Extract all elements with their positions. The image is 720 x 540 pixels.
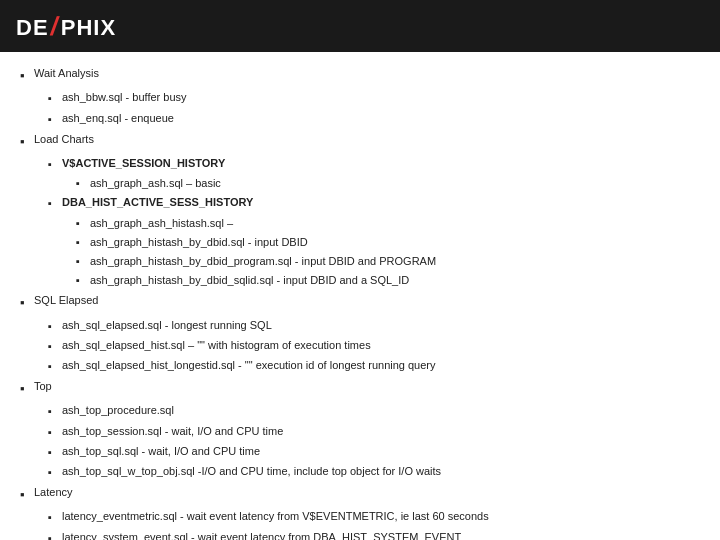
bullet-dot: ▪ <box>76 233 90 251</box>
l2-latency-2: ▪ latency_system_event.sql - wait event … <box>20 528 700 540</box>
l1-top: ▪ Top <box>20 377 700 399</box>
bullet-dot: ▪ <box>48 508 62 526</box>
l1-latency: ▪ Latency <box>20 483 700 505</box>
bullet-dot: ▪ <box>48 402 62 420</box>
bullet-dot: ▪ <box>20 378 34 399</box>
bullet-dot: ▪ <box>48 155 62 173</box>
main-content: ▪ Wait Analysis ▪ ash_bbw.sql - buffer b… <box>0 52 720 540</box>
bullet-dot: ▪ <box>76 252 90 270</box>
latency-1-label: latency_eventmetric.sql - wait event lat… <box>62 507 489 525</box>
bullet-dot: ▪ <box>48 443 62 461</box>
section-wait-analysis: ▪ Wait Analysis ▪ ash_bbw.sql - buffer b… <box>20 64 700 128</box>
bullet-dot: ▪ <box>48 423 62 441</box>
bullet-dot: ▪ <box>48 337 62 355</box>
logo-text: DE/PHIX <box>16 11 116 42</box>
bullet-dot: ▪ <box>20 292 34 313</box>
bullet-dot: ▪ <box>48 463 62 481</box>
l2-ash-enq: ▪ ash_enq.sql - enqueue <box>20 109 700 128</box>
app-header: DE/PHIX <box>0 0 720 52</box>
l2-top-1: ▪ ash_top_procedure.sql <box>20 401 700 420</box>
bullet-dot: ▪ <box>48 317 62 335</box>
l2-top-4: ▪ ash_top_sql_w_top_obj.sql -I/O and CPU… <box>20 462 700 481</box>
ash-bbw-label: ash_bbw.sql - buffer busy <box>62 88 187 106</box>
section-latency: ▪ Latency ▪ latency_eventmetric.sql - wa… <box>20 483 700 540</box>
bullet-dot: ▪ <box>48 194 62 212</box>
bullet-dot: ▪ <box>48 89 62 107</box>
sql-elapsed-2-label: ash_sql_elapsed_hist.sql – "" with histo… <box>62 336 371 354</box>
l2-sql-elapsed-1: ▪ ash_sql_elapsed.sql - longest running … <box>20 316 700 335</box>
l2-top-2: ▪ ash_top_session.sql - wait, I/O and CP… <box>20 422 700 441</box>
l2-vash: ▪ V$ACTIVE_SESSION_HISTORY <box>20 154 700 173</box>
bullet-dot: ▪ <box>20 484 34 505</box>
histash-3-label: ash_graph_histash_by_dbid_program.sql - … <box>90 252 436 270</box>
l2-dba-hist: ▪ DBA_HIST_ACTIVE_SESS_HISTORY <box>20 193 700 212</box>
l3-histash-4: ▪ ash_graph_histash_by_dbid_sqlid.sql - … <box>20 271 700 289</box>
ash-graph-ash-label: ash_graph_ash.sql – basic <box>90 174 221 192</box>
l3-histash-3: ▪ ash_graph_histash_by_dbid_program.sql … <box>20 252 700 270</box>
bullet-dot: ▪ <box>48 110 62 128</box>
latency-label: Latency <box>34 483 73 501</box>
top-3-label: ash_top_sql.sql - wait, I/O and CPU time <box>62 442 260 460</box>
histash-4-label: ash_graph_histash_by_dbid_sqlid.sql - in… <box>90 271 409 289</box>
l2-top-3: ▪ ash_top_sql.sql - wait, I/O and CPU ti… <box>20 442 700 461</box>
wait-analysis-label: Wait Analysis <box>34 64 99 82</box>
section-load-charts: ▪ Load Charts ▪ V$ACTIVE_SESSION_HISTORY… <box>20 130 700 289</box>
vash-label: V$ACTIVE_SESSION_HISTORY <box>62 154 225 172</box>
bullet-dot: ▪ <box>20 65 34 86</box>
l3-histash-1: ▪ ash_graph_ash_histash.sql – <box>20 214 700 232</box>
logo-slash: / <box>48 11 62 42</box>
dba-hist-label: DBA_HIST_ACTIVE_SESS_HISTORY <box>62 193 253 211</box>
sql-elapsed-label: SQL Elapsed <box>34 291 98 309</box>
sql-elapsed-3-label: ash_sql_elapsed_hist_longestid.sql - "" … <box>62 356 436 374</box>
l3-ash-graph-ash: ▪ ash_graph_ash.sql – basic <box>20 174 700 192</box>
l2-sql-elapsed-3: ▪ ash_sql_elapsed_hist_longestid.sql - "… <box>20 356 700 375</box>
l1-load-charts: ▪ Load Charts <box>20 130 700 152</box>
l1-wait-analysis: ▪ Wait Analysis <box>20 64 700 86</box>
bullet-dot: ▪ <box>20 131 34 152</box>
top-2-label: ash_top_session.sql - wait, I/O and CPU … <box>62 422 283 440</box>
histash-1-label: ash_graph_ash_histash.sql – <box>90 214 233 232</box>
bullet-dot: ▪ <box>76 214 90 232</box>
ash-enq-label: ash_enq.sql - enqueue <box>62 109 174 127</box>
load-charts-label: Load Charts <box>34 130 94 148</box>
top-4-label: ash_top_sql_w_top_obj.sql -I/O and CPU t… <box>62 462 441 480</box>
bullet-dot: ▪ <box>48 529 62 540</box>
histash-2-label: ash_graph_histash_by_dbid.sql - input DB… <box>90 233 308 251</box>
l2-sql-elapsed-2: ▪ ash_sql_elapsed_hist.sql – "" with his… <box>20 336 700 355</box>
l2-ash-bbw: ▪ ash_bbw.sql - buffer busy <box>20 88 700 107</box>
l1-sql-elapsed: ▪ SQL Elapsed <box>20 291 700 313</box>
l2-latency-1: ▪ latency_eventmetric.sql - wait event l… <box>20 507 700 526</box>
sql-elapsed-1-label: ash_sql_elapsed.sql - longest running SQ… <box>62 316 272 334</box>
bullet-dot: ▪ <box>76 174 90 192</box>
top-1-label: ash_top_procedure.sql <box>62 401 174 419</box>
latency-2-label: latency_system_event.sql - wait event la… <box>62 528 461 540</box>
section-top: ▪ Top ▪ ash_top_procedure.sql ▪ ash_top_… <box>20 377 700 481</box>
section-sql-elapsed: ▪ SQL Elapsed ▪ ash_sql_elapsed.sql - lo… <box>20 291 700 375</box>
bullet-dot: ▪ <box>76 271 90 289</box>
top-label: Top <box>34 377 52 395</box>
logo: DE/PHIX <box>16 11 116 42</box>
bullet-dot: ▪ <box>48 357 62 375</box>
l3-histash-2: ▪ ash_graph_histash_by_dbid.sql - input … <box>20 233 700 251</box>
